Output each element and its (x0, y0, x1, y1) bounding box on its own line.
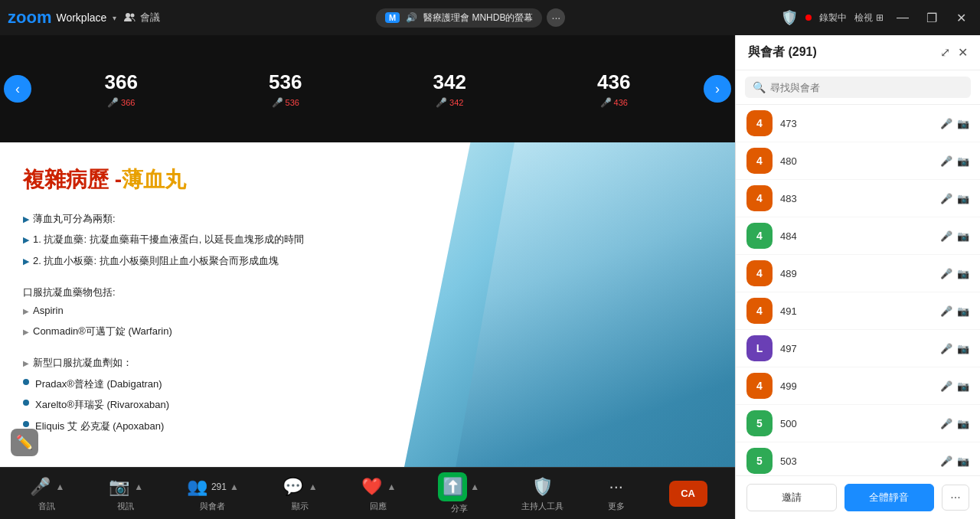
strip-next-button[interactable]: › (704, 75, 731, 103)
mic-muted-icon-8[interactable]: 🎤 (940, 418, 952, 429)
participant-row-4: 4 489 🎤 📷 (736, 255, 980, 292)
mic-muted-icon-6[interactable]: 🎤 (940, 343, 952, 354)
strip-participants-list: 366 🎤 366 536 🎤 536 342 🎤 (31, 35, 704, 142)
bullet-text-1: 1. 抗凝血藥: 抗凝血藥藉干擾血液蛋白, 以延長血塊形成的時間 (33, 230, 304, 248)
video-icon-3[interactable]: 📷 (957, 230, 969, 242)
panel-more-button[interactable]: ··· (942, 485, 969, 511)
video-icon-8[interactable]: 📷 (957, 418, 969, 429)
video-icon-9[interactable]: 📷 (957, 455, 969, 467)
search-box: 🔍 (745, 77, 971, 98)
participant-name-6: 497 (780, 343, 933, 354)
panel-popout-button[interactable]: ⤢ (940, 45, 950, 60)
logo-area: zoom Workplace ▾ (8, 8, 116, 28)
slide-title-sub: 薄血丸 (122, 168, 186, 191)
panel-header: 與會者 (291) ⤢ ✕ (736, 35, 980, 70)
avatar-6: L (746, 335, 773, 361)
mic-muted-icon-5[interactable]: 🎤 (940, 305, 952, 317)
video-icon-0[interactable]: 📷 (957, 118, 969, 129)
host-button[interactable]: 🛡️ (531, 475, 555, 499)
slide-text-area: 複雜病歷 -薄血丸 ▶ 薄血丸可分為兩類: ▶ 1. 抗凝血藥: 抗凝血藥藉干擾… (0, 142, 441, 461)
annotation-button[interactable]: ✏️ (11, 429, 38, 456)
restore-button[interactable]: ❐ (920, 6, 943, 29)
logo-dropdown-arrow[interactable]: ▾ (113, 14, 116, 22)
panel-title: 與會者 (291) (748, 44, 817, 60)
mic-red-icon-3: 🎤 (600, 97, 612, 108)
audio-caret[interactable]: ▲ (54, 476, 66, 498)
mic-red-icon-0: 🎤 (107, 97, 119, 108)
reaction-caret[interactable]: ▲ (385, 476, 397, 498)
strip-number-1: 536 (269, 70, 302, 94)
strip-mic-0: 🎤 366 (107, 97, 135, 108)
reaction-button[interactable]: ❤️ (359, 475, 384, 499)
panel-close-button[interactable]: ✕ (958, 45, 968, 60)
video-icon-2[interactable]: 📷 (957, 193, 969, 204)
mic-muted-icon-4[interactable]: 🎤 (940, 268, 952, 279)
section-gap-2 (23, 343, 418, 354)
mic-muted-icon-3[interactable]: 🎤 (940, 230, 952, 242)
end-label: CA (681, 488, 695, 499)
avatar-4: 4 (746, 260, 773, 286)
video-caret[interactable]: ▲ (132, 476, 145, 498)
participants-caret[interactable]: ▲ (228, 476, 240, 498)
more-button[interactable]: ··· (604, 475, 629, 499)
avatar-3: 4 (746, 223, 773, 249)
participant-icons-4: 🎤 📷 (940, 268, 969, 279)
audio-btn-row: 🎤 ▲ (28, 475, 66, 499)
reaction-btn-row: ❤️ ▲ (359, 475, 397, 499)
audio-button[interactable]: 🎤 (28, 475, 52, 499)
dot-icon-0 (23, 379, 29, 385)
video-icon-4[interactable]: 📷 (957, 268, 969, 279)
meeting-button[interactable]: 會議 (124, 11, 160, 24)
participant-icons-6: 🎤 📷 (940, 343, 969, 354)
tri-icon-0: ▶ (23, 305, 29, 318)
video-icon-5[interactable]: 📷 (957, 305, 969, 317)
participant-name-5: 491 (780, 305, 933, 317)
mic-muted-icon-2[interactable]: 🎤 (940, 193, 952, 204)
minimize-button[interactable]: — (891, 6, 914, 29)
audio-label: 音訊 (38, 501, 55, 512)
invite-button[interactable]: 邀請 (746, 484, 837, 511)
view-button[interactable]: 檢視 ⊞ (854, 11, 884, 24)
slide-title: 複雜病歷 -薄血丸 (23, 165, 418, 194)
toolbar-host-group: 🛡️ 主持人工具 (521, 475, 564, 512)
right-panel: 與會者 (291) ⤢ ✕ 🔍 4 473 🎤 📷 (735, 35, 980, 519)
shield-icon: 🛡️ (781, 9, 798, 26)
video-icon-6[interactable]: 📷 (957, 343, 969, 354)
arrow-icon-1: ▶ (23, 233, 29, 248)
search-input[interactable] (770, 82, 963, 93)
mic-muted-icon-7[interactable]: 🎤 (940, 380, 952, 392)
panel-search: 🔍 (736, 70, 980, 105)
strip-prev-button[interactable]: ‹ (4, 75, 31, 103)
video-button[interactable]: 📷 (106, 475, 131, 499)
chat-caret[interactable]: ▲ (307, 476, 319, 498)
participant-name-2: 483 (780, 193, 933, 204)
slide-area: 複雜病歷 -薄血丸 ▶ 薄血丸可分為兩類: ▶ 1. 抗凝血藥: 抗凝血藥藉干擾… (0, 142, 735, 467)
close-button[interactable]: ✕ (949, 6, 972, 29)
chat-button[interactable]: 💬 (281, 475, 305, 499)
host-label: 主持人工具 (521, 501, 564, 512)
participants-button[interactable]: 👥 (185, 475, 210, 499)
slide-content: 複雜病歷 -薄血丸 ▶ 薄血丸可分為兩類: ▶ 1. 抗凝血藥: 抗凝血藥藉干擾… (0, 142, 735, 467)
share-caret[interactable]: ▲ (469, 476, 481, 498)
share-button[interactable]: ⬆️ (438, 472, 467, 501)
participant-name-0: 473 (780, 118, 933, 129)
participant-icons-0: 🎤 📷 (940, 118, 969, 129)
mic-muted-icon-0[interactable]: 🎤 (940, 118, 952, 129)
participant-row-8: 5 500 🎤 📷 (736, 405, 980, 442)
main-area: ‹ 366 🎤 366 536 🎤 536 34 (0, 35, 980, 519)
panel-header-icons: ⤢ ✕ (940, 45, 968, 60)
mic-muted-icon-1[interactable]: 🎤 (940, 155, 952, 167)
avatar-5: 4 (746, 298, 773, 324)
video-icon-1[interactable]: 📷 (957, 155, 969, 167)
tab-more-button[interactable]: ··· (547, 8, 565, 27)
participant-row-9: 5 503 🎤 📷 (736, 442, 980, 475)
slide-title-main: 複雜病歷 - (23, 168, 122, 191)
end-button[interactable]: CA (669, 481, 707, 507)
list1-text-1: Conmadin®可邁丁錠 (Warfarin) (33, 322, 172, 340)
mic-muted-icon-9[interactable]: 🎤 (940, 455, 952, 467)
active-tab[interactable]: M 🔊 醫療護理會 MNHDB的螢幕 (376, 8, 543, 28)
video-icon-7[interactable]: 📷 (957, 380, 969, 392)
mute-all-button[interactable]: 全體靜音 (844, 484, 935, 511)
list2-2: Eliquis 艾 必克凝 (Apoxaban) (23, 417, 418, 435)
section-label-1: 口服抗凝血藥物包括: (23, 283, 418, 301)
